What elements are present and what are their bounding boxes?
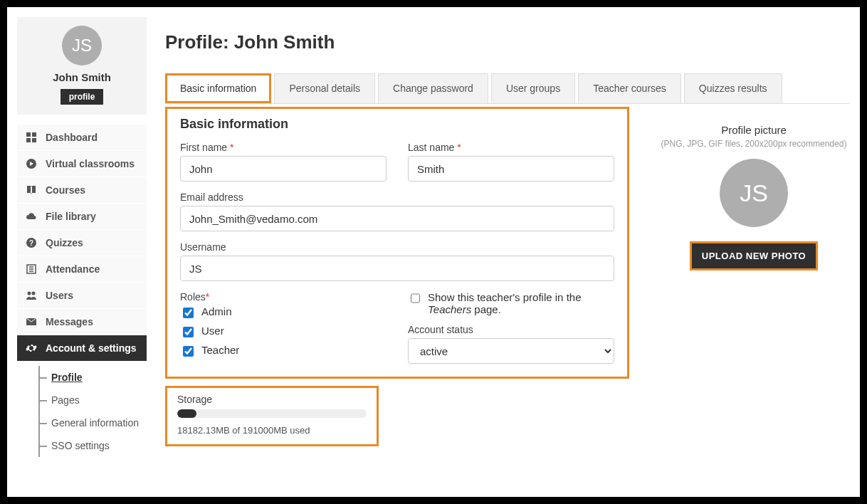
tab-basic-information[interactable]: Basic information (165, 73, 271, 103)
svg-rect-2 (26, 138, 31, 142)
email-input[interactable] (180, 206, 614, 231)
question-icon: ? (26, 237, 37, 248)
tab-user-groups[interactable]: User groups (491, 73, 575, 103)
nav-label: Users (46, 290, 73, 301)
gear-icon (26, 342, 37, 354)
role-admin: Admin (180, 305, 387, 320)
nav-label: Attendance (46, 263, 100, 275)
storage-text: 18182.13MB of 191000MB used (177, 425, 367, 436)
list-icon (26, 263, 37, 275)
sidebar: JS John Smith profile Dashboard Virtual … (17, 17, 147, 497)
subnav-general-information[interactable]: General information (38, 411, 147, 434)
book-icon (26, 184, 37, 196)
role-label: Admin (201, 305, 232, 317)
role-teacher: Teacher (180, 344, 387, 359)
storage-title: Storage (177, 394, 367, 405)
profile-card: JS John Smith profile (17, 17, 147, 115)
nav-label: Courses (46, 184, 85, 196)
svg-text:?: ? (29, 239, 33, 247)
svg-rect-3 (32, 138, 36, 142)
svg-rect-0 (26, 132, 31, 137)
tab-personal-details[interactable]: Personal details (274, 73, 375, 103)
first-name-input[interactable] (180, 156, 387, 182)
username-input[interactable] (180, 256, 614, 281)
status-label: Account status (408, 324, 614, 335)
subnav-sso-settings[interactable]: SSO settings (38, 434, 147, 457)
play-circle-icon (26, 158, 37, 169)
svg-point-9 (32, 292, 36, 295)
cloud-icon (26, 211, 37, 222)
show-teacher-text: Show this teacher's profile in the Teach… (428, 291, 614, 315)
nav-messages[interactable]: Messages (17, 309, 147, 335)
main-content: Profile: John Smith Basic information Pe… (165, 17, 850, 497)
show-teacher-checkbox[interactable] (411, 293, 420, 303)
status-select[interactable]: active (408, 338, 614, 364)
nav-courses[interactable]: Courses (17, 177, 147, 204)
subnav-pages[interactable]: Pages (38, 389, 147, 411)
nav-label: Virtual classrooms (46, 158, 135, 169)
profile-badge: profile (61, 89, 104, 105)
nav-label: Account & settings (46, 342, 137, 354)
svg-rect-1 (32, 132, 36, 137)
role-label: User (201, 325, 224, 337)
tab-quizzes-results[interactable]: Quizzes results (684, 73, 782, 103)
nav-attendance[interactable]: Attendance (17, 256, 147, 283)
nav-label: Quizzes (46, 237, 83, 248)
page-title: Profile: John Smith (165, 31, 850, 53)
roles-label: Roles* (180, 291, 387, 303)
nav-account-settings[interactable]: Account & settings (17, 335, 147, 362)
users-icon (26, 290, 37, 301)
role-user: User (180, 325, 387, 340)
storage-progress-fill (177, 409, 196, 418)
grid-icon (26, 132, 37, 143)
role-teacher-checkbox[interactable] (183, 346, 194, 357)
username-label: Username (180, 241, 614, 253)
nav-label: File library (46, 211, 96, 222)
picture-title: Profile picture (658, 124, 850, 136)
avatar: JS (62, 26, 102, 65)
tabs: Basic information Personal details Chang… (165, 73, 850, 104)
envelope-icon (26, 316, 37, 327)
nav-virtual-classrooms[interactable]: Virtual classrooms (17, 151, 147, 177)
tab-teacher-courses[interactable]: Teacher courses (578, 73, 681, 103)
show-teacher-toggle: Show this teacher's profile in the Teach… (408, 291, 614, 315)
picture-avatar: JS (720, 159, 788, 227)
upload-photo-button[interactable]: UPLOAD NEW PHOTO (690, 241, 818, 271)
profile-name: John Smith (23, 71, 141, 83)
last-name-label: Last name * (408, 142, 614, 153)
email-label: Email address (180, 191, 614, 203)
basic-information-panel: Basic information First name * Last name… (165, 107, 629, 379)
nav-users[interactable]: Users (17, 283, 147, 309)
nav-label: Messages (46, 316, 93, 327)
subnav: Profile Pages General information SSO se… (17, 362, 147, 457)
subnav-profile[interactable]: Profile (38, 366, 147, 389)
tab-change-password[interactable]: Change password (378, 73, 488, 103)
profile-picture-pane: Profile picture (PNG, JPG, GIF files, 20… (658, 107, 850, 446)
first-name-label: First name * (180, 142, 387, 153)
role-user-checkbox[interactable] (183, 327, 194, 337)
nav-dashboard[interactable]: Dashboard (17, 125, 147, 151)
nav-quizzes[interactable]: ? Quizzes (17, 230, 147, 256)
nav-label: Dashboard (46, 132, 98, 143)
role-label: Teacher (201, 344, 239, 356)
panel-heading: Basic information (180, 117, 614, 132)
last-name-input[interactable] (408, 156, 614, 182)
storage-panel: Storage 18182.13MB of 191000MB used (165, 386, 379, 446)
storage-progress (177, 409, 367, 418)
nav-file-library[interactable]: File library (17, 204, 147, 230)
role-admin-checkbox[interactable] (183, 308, 194, 318)
picture-hint: (PNG, JPG, GIF files, 200x200px recommen… (658, 139, 850, 149)
nav: Dashboard Virtual classrooms Courses Fil… (17, 125, 147, 457)
svg-point-8 (28, 292, 31, 295)
